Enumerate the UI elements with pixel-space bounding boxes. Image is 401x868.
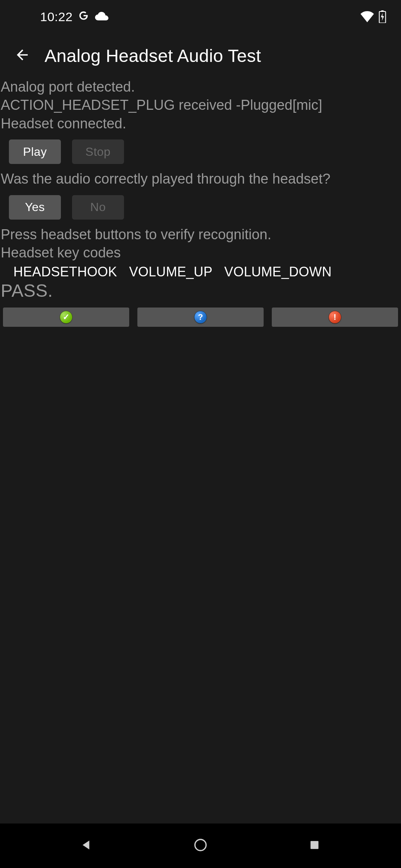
alert-circle-icon: ! (329, 311, 341, 323)
check-circle-icon: ✓ (60, 311, 72, 323)
battery-charging-icon (379, 10, 386, 23)
question-mark: ? (198, 312, 203, 322)
fail-result-button[interactable]: ! (272, 308, 398, 327)
play-stop-row: Play Stop (9, 139, 401, 164)
status-left: 10:22 (40, 10, 109, 24)
nav-recent-button[interactable] (292, 831, 337, 861)
check-mark: ✓ (63, 312, 69, 322)
status-right (360, 10, 386, 23)
instruction-line-2: Headset key codes (1, 244, 400, 262)
detection-status: Analog port detected. ACTION_HEADSET_PLU… (0, 78, 401, 133)
content-area: Analog port detected. ACTION_HEADSET_PLU… (0, 78, 401, 327)
nav-back-button[interactable] (64, 831, 109, 861)
triangle-back-icon (80, 838, 93, 853)
yes-no-row: Yes No (9, 195, 401, 220)
result-button-row: ✓ ? ! (0, 301, 401, 327)
wifi-icon (360, 11, 374, 22)
play-button[interactable]: Play (9, 139, 61, 164)
page-title: Analog Headset Audio Test (45, 46, 261, 66)
no-button: No (72, 195, 124, 220)
detect-line-2: ACTION_HEADSET_PLUG received -Plugged[mi… (1, 96, 401, 114)
circle-home-icon (193, 838, 208, 854)
keycodes-list: HEADSETHOOK VOLUME_UP VOLUME_DOWN (0, 262, 401, 280)
question-circle-icon: ? (194, 311, 207, 323)
exclamation-mark: ! (333, 312, 336, 322)
google-icon (78, 10, 89, 24)
square-recent-icon (309, 839, 320, 852)
svg-point-2 (195, 839, 206, 851)
back-button[interactable] (10, 44, 34, 68)
nav-home-button[interactable] (178, 831, 223, 861)
pass-result-button[interactable]: ✓ (3, 308, 129, 327)
svg-rect-1 (381, 10, 384, 12)
app-bar: Analog Headset Audio Test (0, 33, 401, 78)
status-bar: 10:22 (0, 0, 401, 33)
navigation-bar (0, 823, 401, 868)
status-clock: 10:22 (40, 10, 73, 24)
instruction-line-1: Press headset buttons to verify recognit… (1, 226, 400, 244)
test-result: PASS. (0, 280, 401, 301)
detect-line-1: Analog port detected. (1, 78, 401, 96)
detect-line-3: Headset connected. (1, 115, 401, 133)
audio-question: Was the audio correctly played through t… (0, 170, 401, 188)
stop-button: Stop (72, 139, 124, 164)
arrow-left-icon (14, 47, 30, 65)
yes-button[interactable]: Yes (9, 195, 61, 220)
instruction-text: Press headset buttons to verify recognit… (0, 226, 401, 262)
cloud-icon (94, 11, 109, 22)
svg-rect-3 (310, 841, 318, 849)
info-result-button[interactable]: ? (137, 308, 264, 327)
